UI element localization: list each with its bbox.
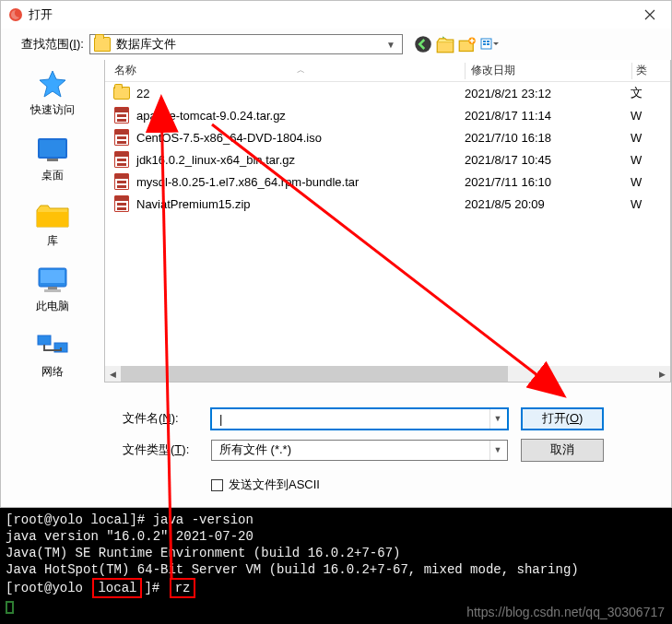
sidebar-item-label: 此电脑	[36, 299, 69, 314]
file-name: jdk16.0.2_linux-x64_bin.tar.gz	[136, 153, 465, 167]
file-name: mysql-8.0.25-1.el7.x86_64.rpm-bundle.tar	[136, 175, 465, 189]
svg-rect-15	[41, 270, 65, 283]
filetype-label: 文件类型(T):	[123, 442, 211, 458]
terminal[interactable]: [root@yolo local]# java -version java ve…	[0, 508, 672, 624]
sidebar-item-label: 快速访问	[30, 102, 75, 118]
file-date: 2021/7/10 16:18	[465, 131, 631, 145]
column-headers: 名称 ︿ 修改日期 类	[105, 60, 670, 82]
app-icon	[8, 7, 23, 22]
file-row[interactable]: jdk16.0.2_linux-x64_bin.tar.gz2021/8/17 …	[105, 148, 670, 171]
quick-access-icon	[34, 69, 71, 100]
sidebar-item-this-pc[interactable]: 此电脑	[11, 265, 94, 314]
cancel-button[interactable]: 取消	[521, 439, 604, 462]
sidebar-item-library[interactable]: 库	[11, 200, 94, 249]
scroll-left-button[interactable]: ◀	[105, 366, 121, 382]
bottom-panel: 文件名(N): | ▼ 打开(O) 文件类型(T): 所有文件 (*.*) ▼ …	[1, 383, 671, 502]
svg-rect-7	[483, 43, 486, 45]
file-date: 2021/8/17 10:45	[465, 153, 631, 167]
ascii-checkbox-label: 发送文件到ASCII	[229, 477, 320, 493]
terminal-line: [root@yolo local]# java -version	[6, 512, 666, 528]
sidebar-item-desktop[interactable]: 桌面	[11, 135, 94, 183]
column-header-date[interactable]: 修改日期	[466, 63, 631, 78]
terminal-line: java version "16.0.2" 2021-07-20	[6, 528, 666, 545]
svg-rect-13	[37, 212, 68, 227]
archive-icon	[112, 195, 131, 212]
folder-icon	[94, 37, 111, 52]
svg-rect-12	[47, 159, 58, 161]
file-type: W	[631, 197, 649, 211]
svg-rect-2	[437, 42, 454, 53]
file-row[interactable]: CentOS-7.5-x86_64-DVD-1804.iso2021/7/10 …	[105, 126, 670, 148]
file-name: 22	[136, 87, 465, 100]
file-row[interactable]: mysql-8.0.25-1.el7.x86_64.rpm-bundle.tar…	[105, 171, 670, 193]
lookin-value: 数据库文件	[116, 36, 383, 53]
svg-rect-8	[487, 41, 489, 42]
view-menu-button[interactable]	[480, 35, 499, 53]
lookin-toolbar	[414, 35, 499, 53]
column-header-name[interactable]: 名称 ︿	[105, 63, 465, 78]
file-type: 文	[631, 85, 649, 101]
sidebar-item-quick-access[interactable]: 快速访问	[11, 69, 94, 118]
scroll-right-button[interactable]: ▶	[654, 366, 670, 382]
file-date: 2021/8/21 23:12	[465, 87, 631, 100]
filetype-combo[interactable]: 所有文件 (*.*) ▼	[211, 440, 508, 461]
file-date: 2021/8/17 11:14	[465, 109, 631, 123]
terminal-line: Java(TM) SE Runtime Environment (build 1…	[6, 545, 666, 561]
svg-rect-11	[40, 140, 65, 157]
close-button[interactable]	[629, 1, 671, 29]
archive-icon	[112, 173, 131, 190]
highlight-box-local: local	[92, 578, 142, 598]
file-date: 2021/7/11 16:10	[465, 175, 631, 189]
network-icon	[34, 331, 71, 362]
svg-rect-9	[487, 43, 489, 45]
file-type: W	[631, 153, 649, 167]
filename-input[interactable]: | ▼	[211, 408, 508, 430]
sidebar-item-label: 库	[47, 233, 58, 249]
column-header-type[interactable]: 类	[632, 63, 656, 78]
lookin-label: 查找范围(I):	[21, 36, 84, 53]
archive-icon	[112, 129, 131, 146]
watermark: https://blog.csdn.net/qq_30306717	[466, 604, 665, 620]
window-title: 打开	[29, 6, 53, 23]
chevron-down-icon[interactable]: ▼	[383, 40, 398, 50]
library-icon	[34, 200, 71, 231]
horizontal-scrollbar[interactable]: ◀ ▶	[105, 366, 670, 382]
svg-rect-18	[38, 336, 51, 345]
sidebar-item-label: 桌面	[41, 168, 64, 183]
lookin-row: 查找范围(I): 数据库文件 ▼	[1, 29, 671, 60]
file-type: W	[631, 109, 649, 123]
file-name: NaviatPremium15.zip	[136, 197, 465, 211]
svg-point-1	[415, 36, 431, 53]
ascii-checkbox-row[interactable]: 发送文件到ASCII	[211, 477, 662, 493]
svg-rect-6	[483, 41, 486, 42]
back-button[interactable]	[414, 35, 432, 53]
file-type: W	[631, 175, 649, 189]
file-type: W	[631, 131, 649, 145]
new-folder-button[interactable]	[458, 35, 477, 53]
chevron-down-icon[interactable]: ▼	[489, 409, 505, 429]
file-rows: 222021/8/21 23:12文apache-tomcat-9.0.24.t…	[105, 82, 670, 366]
checkbox-icon[interactable]	[211, 479, 223, 491]
lookin-combo[interactable]: 数据库文件 ▼	[89, 34, 403, 54]
scrollbar-thumb[interactable]	[121, 366, 508, 382]
file-list: 名称 ︿ 修改日期 类 222021/8/21 23:12文apache-tom…	[104, 60, 671, 383]
this-pc-icon	[34, 265, 71, 297]
file-row[interactable]: NaviatPremium15.zip2021/8/5 20:09W	[105, 193, 670, 215]
terminal-cursor	[6, 601, 14, 614]
file-row[interactable]: apache-tomcat-9.0.24.tar.gz2021/8/17 11:…	[105, 104, 670, 126]
terminal-line: Java HotSpot(TM) 64-Bit Server VM (build…	[6, 561, 666, 578]
terminal-prompt-line: [root@yolo local]# rz	[6, 578, 666, 598]
file-row[interactable]: 222021/8/21 23:12文	[105, 82, 670, 104]
open-file-dialog: 打开 查找范围(I): 数据库文件 ▼	[0, 0, 672, 508]
svg-rect-17	[44, 289, 61, 292]
desktop-icon	[34, 135, 71, 166]
archive-icon	[112, 107, 131, 124]
file-date: 2021/8/5 20:09	[465, 197, 631, 211]
places-sidebar: 快速访问 桌面 库 此电脑	[1, 60, 104, 383]
open-button[interactable]: 打开(O)	[521, 407, 604, 430]
chevron-down-icon[interactable]: ▼	[489, 441, 505, 460]
sidebar-item-network[interactable]: 网络	[11, 331, 94, 380]
highlight-box-command: rz	[170, 578, 196, 598]
file-name: apache-tomcat-9.0.24.tar.gz	[136, 109, 465, 123]
up-one-level-button[interactable]	[436, 35, 454, 53]
